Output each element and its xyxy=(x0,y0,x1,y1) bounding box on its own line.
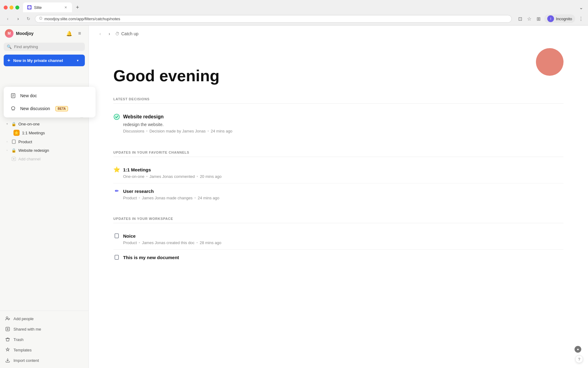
meetings-star-icon: ⭐ xyxy=(13,130,20,136)
add-channel-label: Add channel xyxy=(18,157,40,161)
user-research-meta2: James Jonas made changes xyxy=(142,196,192,200)
browser-nav-icons: ⊡ ☆ ⊞ I Incognito ⋮ xyxy=(517,14,584,23)
updates-favorite-label: UPDATES IN YOUR FAVORITE CHANNELS xyxy=(113,151,564,157)
update-user-research-title: ✏ User research xyxy=(113,188,564,194)
templates-icon xyxy=(5,347,10,353)
browser-menu-icon[interactable]: ⋮ xyxy=(578,15,584,22)
svg-rect-6 xyxy=(12,140,16,144)
shared-with-me-item[interactable]: Shared with me xyxy=(2,324,86,334)
breadcrumb-back-btn[interactable]: ‹ xyxy=(96,30,104,38)
browser-expand-icon[interactable]: ⌄ xyxy=(578,4,584,11)
add-people-label: Add people xyxy=(13,316,34,321)
noice-meta2: James Jonas created this doc xyxy=(142,240,194,245)
address-bar[interactable]: moodjoy.slite.com/app/filters/catchup/no… xyxy=(35,15,512,23)
breadcrumb-catchup: ⏱ Catch up xyxy=(115,31,138,36)
scroll-indicator[interactable]: ● xyxy=(575,346,581,353)
sidebar-toggle-icon[interactable]: ⊞ xyxy=(535,15,542,22)
m-dot-2: • xyxy=(197,174,198,179)
svg-rect-16 xyxy=(115,234,119,238)
new-doc-label: New doc xyxy=(20,93,37,98)
update-card-user-research: ✏ User research Product • James Jonas ma… xyxy=(113,183,564,205)
notifications-icon[interactable]: 🔔 xyxy=(65,29,73,37)
update-meetings-meta: One-on-one • James Jonas commented • 20 … xyxy=(123,174,564,179)
svg-point-15 xyxy=(114,114,119,120)
n-dot-1: • xyxy=(139,240,140,245)
meetings-label: 1:1 Meetings xyxy=(22,131,45,135)
back-btn[interactable]: ‹ xyxy=(4,15,12,23)
m-dot-1: • xyxy=(146,174,148,179)
noice-meta3: 28 mins ago xyxy=(200,240,221,245)
beta-badge: BETA xyxy=(55,106,68,111)
product-doc-icon xyxy=(11,139,17,144)
breadcrumb-bar: ‹ › ⏱ Catch up xyxy=(89,25,588,42)
new-rest: in My private channel xyxy=(21,58,63,63)
app: M Moodjoy 🔔 ≡ 🔍 + New in My private chan… xyxy=(0,25,588,368)
product-chevron-icon: › xyxy=(5,140,9,143)
help-button[interactable]: ? xyxy=(575,355,583,363)
one-on-one-channel[interactable]: ▾ 🔒 One-on-one xyxy=(2,120,86,128)
discussion-icon xyxy=(10,105,17,112)
user-research-meta1: Product xyxy=(123,196,137,200)
active-tab[interactable]: Slite ✕ xyxy=(23,2,72,12)
sidebar-bottom: Add people Shared with me Trash Template… xyxy=(0,311,89,368)
import-content-item[interactable]: Import content xyxy=(2,355,86,366)
trash-item[interactable]: Trash xyxy=(2,334,86,345)
update-card-new-doc: This is my new document xyxy=(113,250,564,266)
incognito-label: Incognito xyxy=(556,17,572,21)
templates-item[interactable]: Templates xyxy=(2,345,86,355)
new-tab-btn[interactable]: + xyxy=(73,3,82,12)
website-redesign-channel[interactable]: › 🔒 Website redesign xyxy=(2,146,86,155)
updates-favorite-section: UPDATES IN YOUR FAVORITE CHANNELS ⭐ 1:1 … xyxy=(113,151,564,205)
svg-point-10 xyxy=(6,317,8,319)
new-doc-item[interactable]: New doc xyxy=(6,89,93,102)
product-channel[interactable]: › Product xyxy=(2,137,86,146)
reload-btn[interactable]: ↻ xyxy=(24,15,32,23)
search-box[interactable]: 🔍 xyxy=(4,43,85,51)
incognito-btn[interactable]: I Incognito xyxy=(544,14,575,23)
tab-bar: Slite ✕ + ⌄ xyxy=(0,0,588,12)
cast-icon[interactable]: ⊡ xyxy=(517,15,523,22)
latest-decisions-label: LATEST DECISIONS xyxy=(113,97,564,104)
fullscreen-window-btn[interactable] xyxy=(15,6,19,10)
new-bold: New xyxy=(13,58,21,63)
browser-nav-bar: ‹ › ↻ moodjoy.slite.com/app/filters/catc… xyxy=(0,12,588,25)
bookmark-icon[interactable]: ☆ xyxy=(526,15,533,22)
sidebar: M Moodjoy 🔔 ≡ 🔍 + New in My private chan… xyxy=(0,25,89,368)
update-noice-doc-icon xyxy=(113,232,120,239)
new-button-label: New in My private channel xyxy=(13,58,72,63)
decision-check-icon xyxy=(113,113,120,120)
add-people-item[interactable]: Add people xyxy=(2,313,86,324)
product-label: Product xyxy=(18,140,32,144)
close-window-btn[interactable] xyxy=(4,6,8,10)
tab-close-btn[interactable]: ✕ xyxy=(63,5,68,10)
new-button[interactable]: + New in My private channel ▾ xyxy=(4,55,85,66)
decision-title: Website redesign xyxy=(113,113,564,120)
add-channel-item[interactable]: Add channel xyxy=(2,155,86,163)
decision-meta2: Decision made by James Jonas xyxy=(149,129,206,133)
collapse-sidebar-icon[interactable]: ≡ xyxy=(76,29,84,37)
decoration-circle xyxy=(536,48,564,76)
new-dropdown-menu: New doc New discussion BETA xyxy=(4,87,96,117)
update-pencil-icon: ✏ xyxy=(113,188,120,194)
new-discussion-item[interactable]: New discussion BETA xyxy=(6,102,93,115)
sidebar-header-icons: 🔔 ≡ xyxy=(65,29,84,37)
catchup-clock-icon: ⏱ xyxy=(115,31,119,36)
decision-item-title: Website redesign xyxy=(123,114,164,120)
breadcrumb-forward-btn[interactable]: › xyxy=(105,30,113,38)
update-card-noice: Noice Product • James Jonas created this… xyxy=(113,228,564,250)
meetings-meta3: 20 mins ago xyxy=(200,174,222,179)
forward-btn[interactable]: › xyxy=(14,15,22,23)
update-new-doc-icon xyxy=(113,254,120,261)
workspace-avatar: M xyxy=(5,29,13,38)
meetings-sub-item[interactable]: ⭐ 1:1 Meetings xyxy=(2,128,86,137)
search-input[interactable] xyxy=(14,44,82,49)
tab-title: Slite xyxy=(34,5,42,10)
new-btn-chevron-icon[interactable]: ▾ xyxy=(74,57,81,64)
updates-workspace-label: UPDATES IN YOUR WORKSPACE xyxy=(113,217,564,223)
update-new-doc-title: This is my new document xyxy=(113,254,564,261)
update-meetings-title: ⭐ 1:1 Meetings xyxy=(113,166,564,173)
update-meetings-label: 1:1 Meetings xyxy=(123,167,151,172)
templates-label: Templates xyxy=(13,348,32,352)
minimize-window-btn[interactable] xyxy=(9,6,13,10)
browser-chrome: Slite ✕ + ⌄ ‹ › ↻ moodjoy.slite.com/app/… xyxy=(0,0,588,25)
